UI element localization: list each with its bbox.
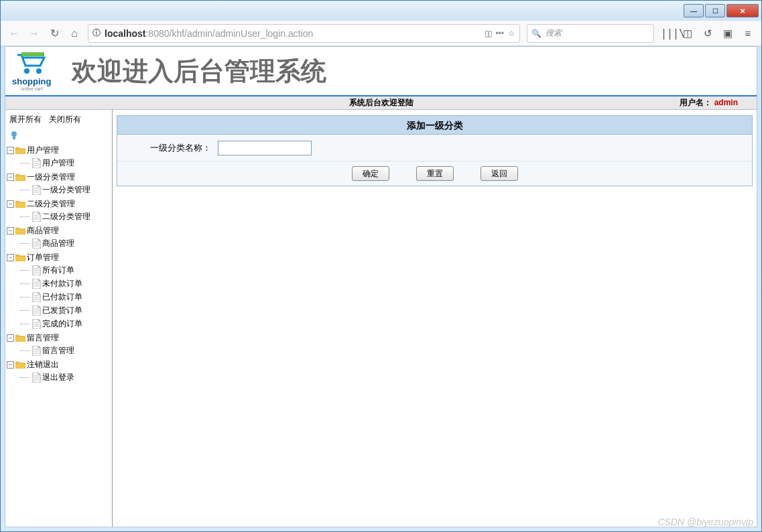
form-buttons: 确定 重置 返回 xyxy=(117,161,752,186)
tree-item[interactable]: 未付款订单 xyxy=(20,277,111,289)
category-name-input[interactable] xyxy=(218,141,312,155)
tree-folder[interactable]: −二级分类管理 xyxy=(7,198,111,210)
tree-root-icon xyxy=(7,129,111,143)
home-button[interactable]: ⌂ xyxy=(68,27,81,40)
status-user: 用户名： admin xyxy=(680,97,757,109)
svg-point-3 xyxy=(11,131,17,137)
tree-item[interactable]: 一级分类管理 xyxy=(20,184,111,196)
logo-text: shopping xyxy=(12,76,52,86)
tree-folder[interactable]: −用户管理 xyxy=(7,144,111,156)
tree-item-label: 所有订单 xyxy=(42,264,74,276)
form-panel: 添加一级分类 一级分类名称： 确定 重置 返回 xyxy=(117,115,753,186)
collapse-icon[interactable]: − xyxy=(7,174,14,181)
tree-item-label: 一级分类管理 xyxy=(42,184,90,196)
svg-point-1 xyxy=(24,68,29,74)
tree-folder-label: 注销退出 xyxy=(27,358,59,371)
back-button[interactable]: ← xyxy=(7,27,21,40)
tree-folder-label: 留言管理 xyxy=(27,332,59,344)
ok-button[interactable]: 确定 xyxy=(352,166,389,181)
logo-subtext: online cart xyxy=(21,86,42,91)
tree-item[interactable]: 所有订单 xyxy=(20,264,111,276)
page-header: shopping online cart 欢迎进入后台管理系统 xyxy=(5,47,757,95)
search-placeholder: 搜索 xyxy=(546,27,562,39)
tree-folder[interactable]: −一级分类管理 xyxy=(7,171,111,183)
panel-icon[interactable]: ▣ xyxy=(721,27,735,40)
tree-item[interactable]: 已发货订单 xyxy=(20,304,111,316)
collapse-icon[interactable]: − xyxy=(7,361,14,369)
search-icon: 🔍 xyxy=(531,29,542,38)
tree-item[interactable]: 已付款订单 xyxy=(20,291,111,303)
tree-item-label: 退出登录 xyxy=(42,371,74,383)
info-icon[interactable]: ⓘ xyxy=(92,27,101,39)
tree-folder-label: 一级分类管理 xyxy=(27,171,75,183)
collapse-icon[interactable]: − xyxy=(7,200,14,208)
form-row: 一级分类名称： xyxy=(117,135,752,161)
expand-all-link[interactable]: 展开所有 xyxy=(9,115,42,124)
form-title: 添加一级分类 xyxy=(117,116,752,135)
svg-point-2 xyxy=(36,68,42,74)
tree-item[interactable]: 完成的订单 xyxy=(20,318,111,330)
page-title: 欢迎进入后台管理系统 xyxy=(72,54,326,88)
back-button[interactable]: 返回 xyxy=(481,166,518,181)
sync-icon[interactable]: ↺ xyxy=(701,27,714,40)
collapse-icon[interactable]: − xyxy=(7,334,14,342)
tree-folder-label: 用户管理 xyxy=(27,144,59,156)
status-message: 系统后台欢迎登陆 xyxy=(349,97,414,109)
window-minimize-button[interactable]: — xyxy=(684,4,704,17)
collapse-icon[interactable]: − xyxy=(7,227,14,235)
tree-item[interactable]: 用户管理 xyxy=(20,157,111,169)
search-box[interactable]: 🔍 搜索 xyxy=(527,24,654,43)
window-close-button[interactable]: ✕ xyxy=(726,4,759,17)
svg-rect-4 xyxy=(13,136,15,139)
form-label: 一级分类名称： xyxy=(131,142,218,154)
more-icon[interactable]: ••• xyxy=(495,29,504,38)
tree-item[interactable]: 留言管理 xyxy=(20,344,111,356)
status-bar: 系统后台欢迎登陆 用户名： admin xyxy=(5,95,757,110)
tree-folder[interactable]: −留言管理 xyxy=(7,332,111,344)
tree-folder-label: 订单管理 xyxy=(27,251,59,263)
collapse-icon[interactable]: − xyxy=(7,147,14,154)
sidebar-icon[interactable]: ◫ xyxy=(681,27,694,40)
reset-button[interactable]: 重置 xyxy=(416,166,454,181)
window-maximize-button[interactable]: ☐ xyxy=(705,4,725,17)
tree-item[interactable]: 二级分类管理 xyxy=(20,210,111,222)
forward-button[interactable]: → xyxy=(27,27,41,40)
window-titlebar: — ☐ ✕ xyxy=(1,1,761,21)
nav-tree: −用户管理用户管理−一级分类管理一级分类管理−二级分类管理二级分类管理−商品管理… xyxy=(7,143,111,385)
collapse-icon[interactable]: − xyxy=(7,254,14,261)
tree-folder[interactable]: −订单管理 xyxy=(7,251,111,263)
tree-item-label: 用户管理 xyxy=(42,157,74,169)
bookmark-star-icon[interactable]: ☆ xyxy=(508,29,515,38)
tree-item-label: 商品管理 xyxy=(42,237,74,249)
sidebar: 展开所有 关闭所有 −用户管理用户管理−一级分类管理一级分类管理−二级分类管理二… xyxy=(5,110,113,527)
tree-item-label: 完成的订单 xyxy=(42,318,82,330)
menu-icon[interactable]: ≡ xyxy=(741,27,755,39)
tree-item-label: 留言管理 xyxy=(42,344,74,356)
address-bar[interactable]: ⓘ localhost:8080/khf/admin/adminUser_log… xyxy=(88,24,520,43)
tree-folder[interactable]: −商品管理 xyxy=(7,224,111,237)
collapse-all-link[interactable]: 关闭所有 xyxy=(49,115,81,124)
tree-folder[interactable]: −注销退出 xyxy=(7,358,111,371)
reader-icon[interactable]: ▯▯ xyxy=(485,29,491,38)
tree-item-label: 已付款订单 xyxy=(42,291,82,303)
cart-icon xyxy=(15,51,48,76)
logo: shopping online cart xyxy=(12,51,52,91)
tree-folder-label: 二级分类管理 xyxy=(27,198,75,210)
tree-item-label: 已发货订单 xyxy=(42,304,82,316)
tree-item-label: 二级分类管理 xyxy=(42,210,90,222)
tree-folder-label: 商品管理 xyxy=(27,224,59,237)
reload-button[interactable]: ↻ xyxy=(48,27,61,40)
tree-item[interactable]: 商品管理 xyxy=(20,237,111,249)
tree-item[interactable]: 退出登录 xyxy=(20,371,111,383)
workspace: 添加一级分类 一级分类名称： 确定 重置 返回 xyxy=(113,110,757,527)
tree-item-label: 未付款订单 xyxy=(42,277,82,289)
library-icon[interactable]: |||\ xyxy=(661,27,674,40)
svg-rect-0 xyxy=(21,52,44,56)
url-text: localhost:8080/khf/admin/adminUser_login… xyxy=(105,28,481,39)
browser-toolbar: ← → ↻ ⌂ ⓘ localhost:8080/khf/admin/admin… xyxy=(1,21,761,46)
